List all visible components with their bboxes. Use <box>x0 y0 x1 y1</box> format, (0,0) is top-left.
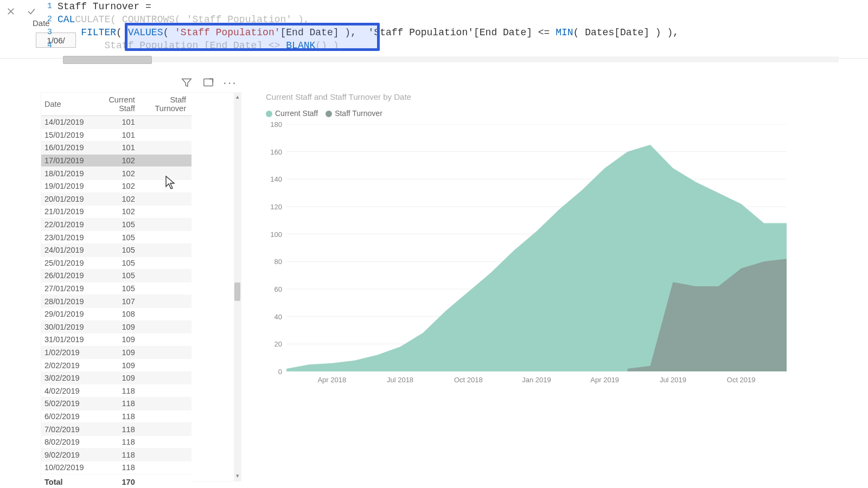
close-icon <box>6 7 16 16</box>
cell-date: 17/01/2019 <box>41 154 92 167</box>
dax-filter: FILTER <box>81 26 116 39</box>
cell-current: 101 <box>92 129 141 142</box>
data-table-visual[interactable]: Date Current Staff Staff Turnover 14/01/… <box>41 92 241 481</box>
cell-turnover <box>141 167 192 180</box>
table-row[interactable]: 18/01/2019102 <box>41 167 192 180</box>
table-row[interactable]: 16/01/2019101 <box>41 142 192 155</box>
table-row[interactable]: 28/01/2019107 <box>41 295 192 308</box>
cell-date: 6/02/2019 <box>41 410 92 423</box>
cell-current: 118 <box>92 410 141 423</box>
formula-hscroll-track[interactable] <box>63 56 839 62</box>
cell-turnover <box>141 218 192 231</box>
table-row[interactable]: 17/01/2019102 <box>41 154 192 167</box>
chart-legend: Current Staff Staff Turnover <box>266 109 797 118</box>
cell-date: 5/02/2019 <box>41 397 92 410</box>
table-row[interactable]: 26/01/2019105 <box>41 269 192 282</box>
cell-turnover <box>141 359 192 372</box>
cell-current: 105 <box>92 218 141 231</box>
dax-line1: Staff Turnover <box>58 0 145 13</box>
col-staff-turnover[interactable]: Staff Turnover <box>141 93 192 116</box>
cell-current: 105 <box>92 256 141 269</box>
scroll-down-icon[interactable]: ▾ <box>234 473 241 480</box>
formula-hscroll-thumb[interactable] <box>63 56 152 64</box>
filter-button[interactable] <box>180 76 193 89</box>
cell-date: 24/01/2019 <box>41 243 92 256</box>
svg-rect-0 <box>204 79 213 86</box>
cell-date: 8/02/2019 <box>41 435 92 448</box>
cell-date: 26/01/2019 <box>41 269 92 282</box>
cell-turnover <box>141 461 192 474</box>
table-row[interactable]: 10/02/2019118 <box>41 461 192 474</box>
table-vscroll-thumb[interactable] <box>234 282 240 301</box>
cell-current: 118 <box>92 435 141 448</box>
focus-mode-button[interactable] <box>202 76 215 89</box>
cell-current: 118 <box>92 461 141 474</box>
table-row[interactable]: 19/01/2019102 <box>41 179 192 192</box>
formula-accept-button[interactable] <box>24 4 39 19</box>
col-date[interactable]: Date <box>41 93 92 116</box>
table-vscroll[interactable]: ▴ ▾ <box>234 93 241 481</box>
table-row[interactable]: 29/01/2019108 <box>41 307 192 320</box>
cell-turnover <box>141 269 192 282</box>
cell-turnover <box>141 142 192 155</box>
dax-min: MIN <box>556 26 573 39</box>
visual-toolbar: ··· <box>180 76 237 89</box>
more-icon: ··· <box>223 80 237 85</box>
cell-date: 27/01/2019 <box>41 282 92 295</box>
cell-date: 16/01/2019 <box>41 142 92 155</box>
y-tick: 60 <box>266 285 282 293</box>
table-row[interactable]: 31/01/2019109 <box>41 333 192 346</box>
table-row[interactable]: 4/02/2019118 <box>41 384 192 397</box>
table-row[interactable]: 5/02/2019118 <box>41 397 192 410</box>
table-row[interactable]: 8/02/2019118 <box>41 435 192 448</box>
cell-date: 23/01/2019 <box>41 231 92 244</box>
table-row[interactable]: 6/02/2019118 <box>41 410 192 423</box>
cell-current: 105 <box>92 282 141 295</box>
cell-current: 102 <box>92 206 141 219</box>
cell-date: 10/02/2019 <box>41 461 92 474</box>
table-row[interactable]: 22/01/2019105 <box>41 218 192 231</box>
table-row[interactable]: 15/01/2019101 <box>41 129 192 142</box>
cell-current: 109 <box>92 333 141 346</box>
cell-turnover <box>141 397 192 410</box>
cell-date: 28/01/2019 <box>41 295 92 308</box>
table-row[interactable]: 2/02/2019109 <box>41 359 192 372</box>
table-row[interactable]: 21/01/2019102 <box>41 206 192 219</box>
cell-current: 101 <box>92 142 141 155</box>
col-current-staff[interactable]: Current Staff <box>92 93 141 116</box>
table-row[interactable]: 20/01/2019102 <box>41 192 192 206</box>
more-options-button[interactable]: ··· <box>224 76 237 89</box>
cell-turnover <box>141 192 192 206</box>
table-row[interactable]: 7/02/2019118 <box>41 423 192 436</box>
cell-current: 102 <box>92 154 141 167</box>
table-row[interactable]: 30/01/2019109 <box>41 320 192 333</box>
formula-cancel-button[interactable] <box>3 4 18 19</box>
table-row[interactable]: 9/02/2019118 <box>41 448 192 461</box>
cell-date: 22/01/2019 <box>41 218 92 231</box>
legend-current-staff[interactable]: Current Staff <box>266 109 318 118</box>
area-chart-visual[interactable]: Current Staff and Staff Turnover by Date… <box>266 92 797 418</box>
cell-current: 118 <box>92 448 141 461</box>
table-row[interactable]: 24/01/2019105 <box>41 243 192 256</box>
table-row[interactable]: 27/01/2019105 <box>41 282 192 295</box>
table-row[interactable]: 1/02/2019109 <box>41 346 192 359</box>
scroll-up-icon[interactable]: ▴ <box>234 94 241 101</box>
dax-editor[interactable]: 1Staff Turnover = 2CALCULATE( COUNTROWS(… <box>42 0 868 52</box>
cell-current: 101 <box>92 116 141 129</box>
cell-turnover <box>141 410 192 423</box>
legend-staff-turnover[interactable]: Staff Turnover <box>326 109 382 118</box>
cell-turnover <box>141 282 192 295</box>
table-row[interactable]: 25/01/2019105 <box>41 256 192 269</box>
table-row[interactable]: 3/02/2019109 <box>41 371 192 384</box>
y-tick: 160 <box>266 147 282 156</box>
cell-turnover <box>141 231 192 244</box>
table-row[interactable]: 14/01/2019101 <box>41 116 192 129</box>
cell-turnover <box>141 307 192 320</box>
cell-current: 109 <box>92 371 141 384</box>
dax-calculate: CAL <box>58 13 75 26</box>
table-row[interactable]: 23/01/2019105 <box>41 231 192 244</box>
chart-svg <box>286 124 787 371</box>
total-turnover <box>141 474 192 488</box>
y-tick: 180 <box>266 120 282 129</box>
dax-values: VALUES <box>128 26 163 39</box>
